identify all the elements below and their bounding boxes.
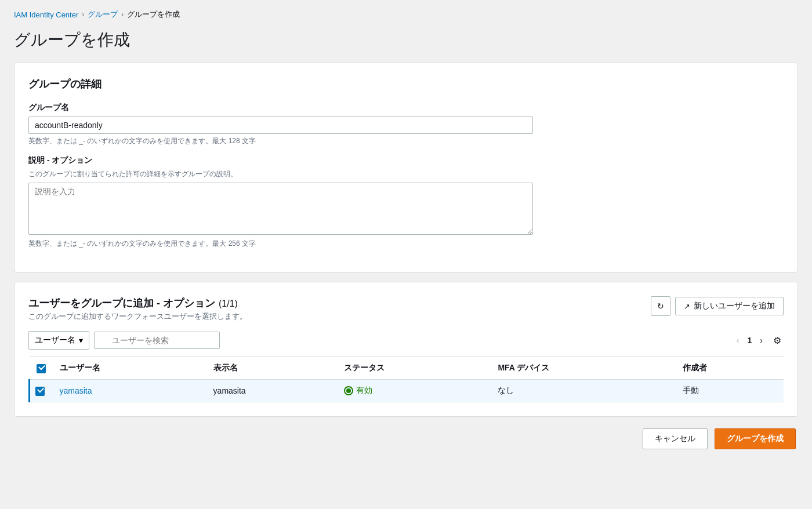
users-section-title: ユーザーをグループに追加 - オプション (28, 296, 215, 310)
page-title: グループを作成 (14, 29, 798, 51)
group-name-field: グループ名 英数字、または _- のいずれかの文字のみを使用できます。最大 12… (28, 103, 784, 146)
users-card: ユーザーをグループに追加 - オプション (1/1) このグループに追加するワー… (14, 282, 798, 417)
breadcrumb-sep1: › (82, 10, 84, 19)
refresh-icon: ↻ (657, 301, 664, 311)
chevron-down-icon: ▾ (79, 336, 83, 345)
search-input[interactable] (94, 332, 220, 349)
cancel-button[interactable]: キャンセル (643, 428, 708, 449)
row-checkbox[interactable] (35, 387, 45, 396)
th-checkbox (30, 357, 53, 380)
refresh-button[interactable]: ↻ (651, 296, 670, 316)
footer-actions: キャンセル グループを作成 (14, 428, 798, 449)
select-all-checkbox[interactable] (37, 364, 46, 373)
row-username-cell: yamasita (53, 380, 206, 402)
breadcrumb-current: グループを作成 (127, 9, 180, 20)
row-status-cell: 有効 (337, 380, 491, 402)
breadcrumb: IAM Identity Center › グループ › グループを作成 (14, 9, 798, 20)
th-mfa: MFA デバイス (491, 357, 675, 380)
users-section-actions: ↻ ↗ 新しいユーザーを追加 (651, 296, 784, 316)
row-creator-cell: 手動 (676, 380, 784, 402)
pagination-next-button[interactable]: › (756, 333, 766, 347)
group-name-input[interactable] (28, 117, 533, 134)
status-dot (344, 386, 353, 395)
description-textarea-wrapper (28, 183, 784, 237)
users-section-title-area: ユーザーをグループに追加 - オプション (1/1) このグループに追加するワー… (28, 296, 247, 322)
breadcrumb-groups[interactable]: グループ (88, 9, 118, 20)
users-section-count: (1/1) (219, 299, 238, 309)
breadcrumb-sep2: › (121, 10, 124, 19)
group-details-title: グループの詳細 (28, 77, 784, 91)
create-group-button[interactable]: グループを作成 (715, 428, 796, 449)
description-textarea[interactable] (28, 183, 533, 235)
users-section-subtitle: このグループに追加するワークフォースユーザーを選択します。 (28, 311, 247, 322)
description-hint-above: このグループに割り当てられた許可の詳細を示すグループの説明。 (28, 169, 784, 179)
status-dot-inner (346, 388, 351, 393)
breadcrumb-iam[interactable]: IAM Identity Center (14, 10, 78, 19)
table-row: yamasita yamasita 有効 なし 手動 (30, 380, 784, 402)
pagination-current: 1 (748, 336, 752, 345)
th-username: ユーザー名 (53, 357, 206, 380)
row-username-link[interactable]: yamasita (60, 386, 92, 395)
description-hint: 英数字、または _- のいずれかの文字のみを使用できます。最大 256 文字 (28, 239, 784, 249)
status-active-badge: 有効 (344, 386, 484, 396)
group-details-card: グループの詳細 グループ名 英数字、または _- のいずれかの文字のみを使用でき… (14, 63, 798, 272)
status-text: 有効 (356, 386, 372, 396)
filter-label: ユーザー名 (35, 335, 75, 346)
table-settings-button[interactable]: ⚙ (771, 333, 784, 348)
row-display-name-cell: yamasita (206, 380, 338, 402)
row-mfa-cell: なし (491, 380, 675, 402)
search-wrapper: 🔍 (94, 332, 728, 349)
filter-bar: ユーザー名 ▾ 🔍 ‹ 1 › ⚙ (28, 331, 784, 350)
users-table: ユーザー名 表示名 ステータス MFA デバイス 作成者 yamasita ya… (28, 357, 784, 402)
external-link-icon: ↗ (684, 302, 690, 311)
row-checkbox-cell[interactable] (30, 380, 53, 402)
table-body: yamasita yamasita 有効 なし 手動 (30, 380, 784, 402)
th-status: ステータス (337, 357, 491, 380)
description-label: 説明 - オプション (28, 155, 784, 166)
add-user-button[interactable]: ↗ 新しいユーザーを追加 (675, 297, 784, 315)
group-name-label: グループ名 (28, 103, 784, 113)
th-creator: 作成者 (676, 357, 784, 380)
pagination-prev-button[interactable]: ‹ (733, 333, 743, 347)
group-name-hint: 英数字、または _- のいずれかの文字のみを使用できます。最大 128 文字 (28, 136, 784, 146)
pagination-area: ‹ 1 › ⚙ (733, 333, 784, 348)
table-header: ユーザー名 表示名 ステータス MFA デバイス 作成者 (30, 357, 784, 380)
description-field: 説明 - オプション このグループに割り当てられた許可の詳細を示すグループの説明… (28, 155, 784, 249)
th-display-name: 表示名 (206, 357, 338, 380)
users-section-header: ユーザーをグループに追加 - オプション (1/1) このグループに追加するワー… (28, 296, 784, 322)
filter-dropdown-button[interactable]: ユーザー名 ▾ (28, 331, 89, 350)
